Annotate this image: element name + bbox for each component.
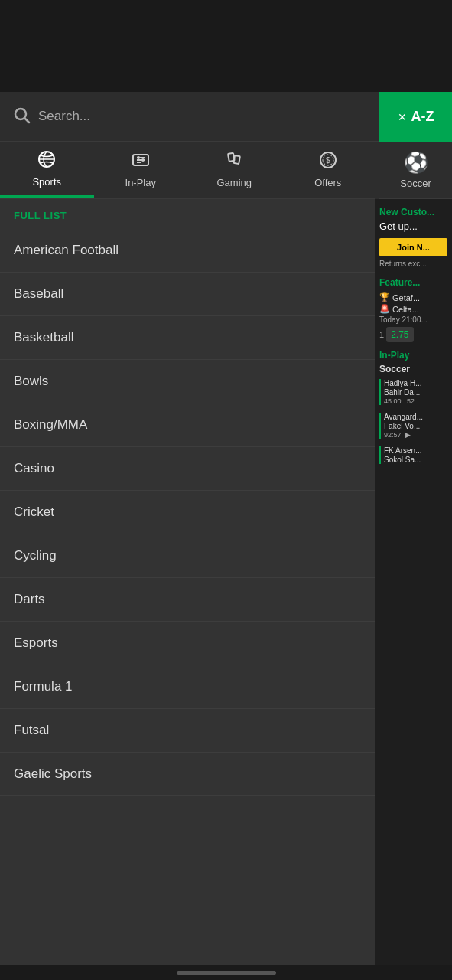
in-play-label: In-Play [379, 350, 447, 361]
team2-label: Celta... [392, 305, 419, 314]
home-indicator-bar [0, 965, 452, 980]
team2-name: 🚨 Celta... [379, 304, 447, 314]
sport-item-futsal[interactable]: Futsal [0, 709, 375, 753]
inplay-icon [132, 151, 150, 174]
tab-inplay-label: In-Play [125, 177, 156, 188]
tab-offers[interactable]: $ Offers [281, 142, 376, 198]
home-indicator [177, 971, 276, 975]
featured-label: Feature... [379, 277, 447, 288]
team1-icon: 🏆 [379, 292, 390, 302]
live-match-3: FK Arsen... Sokol Sa... [379, 446, 447, 464]
odds-row: 1 2.75 [379, 327, 447, 342]
sport-item-darts[interactable]: Darts [0, 578, 375, 622]
new-customer-label: New Custo... [379, 207, 447, 217]
sport-item-cricket[interactable]: Cricket [0, 491, 375, 534]
az-button[interactable]: ✕ A-Z [379, 92, 452, 142]
svg-rect-10 [234, 155, 241, 164]
live-time1: 45:00 52... [384, 397, 447, 405]
live-team2: Bahir Da... [384, 388, 447, 397]
live-team6: Sokol Sa... [384, 456, 447, 464]
sport-item-cycling[interactable]: Cycling [0, 534, 375, 578]
soccer-section-label: Soccer [379, 364, 447, 374]
sport-item-esports[interactable]: Esports [0, 622, 375, 665]
live-match-2: Avangard... Fakel Vo... 92:57 ▶ [379, 413, 447, 439]
team2-icon: 🚨 [379, 304, 390, 314]
tab-gaming[interactable]: Gaming [187, 142, 281, 198]
tab-inplay[interactable]: In-Play [94, 142, 188, 198]
live-match-1: Hadiya H... Bahir Da... 45:00 52... [379, 379, 447, 405]
sport-item-baseball[interactable]: Baseball [0, 273, 375, 316]
live-time2: 92:57 ▶ [384, 431, 447, 439]
team1-name: 🏆 Getaf... [379, 292, 447, 302]
match-time: Today 21:00... [379, 315, 447, 324]
search-placeholder[interactable]: Search... [38, 109, 90, 124]
odds-value[interactable]: 2.75 [386, 327, 413, 342]
sport-item-american-football[interactable]: American Football [0, 229, 375, 273]
az-label: A-Z [411, 109, 434, 125]
offers-icon: $ [319, 151, 337, 174]
team1-label: Getaf... [392, 293, 420, 302]
sports-icon [37, 150, 56, 173]
full-list-label: FULL LIST [0, 199, 375, 229]
nav-tabs: Sports In-Play Gaming [0, 142, 375, 199]
search-icon [12, 106, 31, 128]
soccer-tab-label: Soccer [400, 178, 431, 189]
sport-item-boxing[interactable]: Boxing/MMA [0, 403, 375, 447]
svg-point-8 [142, 159, 144, 161]
soccer-ball-icon: ⚽ [404, 151, 428, 175]
tab-sports[interactable]: Sports [0, 142, 94, 198]
right-panel-content: New Custo... Get up... Join N... Returns… [375, 199, 452, 965]
sport-item-casino[interactable]: Casino [0, 447, 375, 491]
returns-text: Returns exc... [379, 260, 447, 268]
gaming-icon [225, 151, 243, 174]
svg-text:$: $ [326, 156, 330, 165]
tab-gaming-label: Gaming [216, 177, 252, 188]
live-team4: Fakel Vo... [384, 422, 447, 430]
svg-point-7 [138, 157, 139, 158]
live-team5: FK Arsen... [384, 446, 447, 455]
featured-match: 🏆 Getaf... 🚨 Celta... Today 21:00... 1 2… [379, 292, 447, 342]
svg-line-1 [25, 118, 30, 122]
get-up-text: Get up... [379, 220, 447, 232]
live-team1: Hadiya H... [384, 379, 447, 387]
tab-sports-label: Sports [32, 176, 61, 188]
close-icon: ✕ [398, 111, 407, 123]
live-team3: Avangard... [384, 413, 447, 421]
sport-item-formula1[interactable]: Formula 1 [0, 665, 375, 709]
sport-item-gaelic[interactable]: Gaelic Sports [0, 753, 375, 796]
sport-item-bowls[interactable]: Bowls [0, 360, 375, 403]
tab-offers-label: Offers [314, 177, 341, 188]
sport-item-basketball[interactable]: Basketball [0, 316, 375, 360]
sports-list: FULL LIST American Football Baseball Bas… [0, 199, 375, 965]
top-status-bar [0, 0, 452, 92]
join-now-button[interactable]: Join N... [379, 238, 447, 256]
tab-soccer[interactable]: ⚽ Soccer [379, 142, 452, 199]
